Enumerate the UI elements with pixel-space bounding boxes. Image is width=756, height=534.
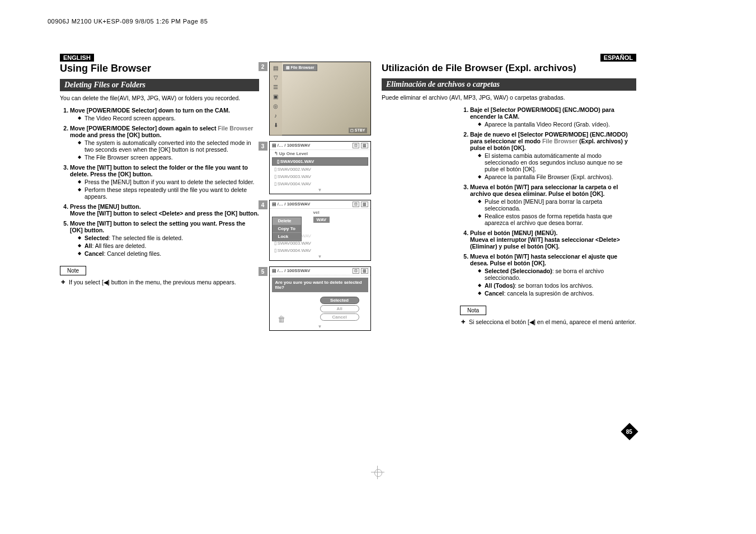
screen-4: 4 ▤ /… / 100SSWAV ⊡ ▥ Delete Copy To Loc… bbox=[269, 200, 371, 261]
screen3-arrow: ▼ bbox=[270, 188, 370, 194]
icon-music: ♪ bbox=[274, 113, 277, 119]
btn-cancel: Cancel bbox=[320, 313, 359, 321]
menu-copyto: Copy To bbox=[273, 225, 301, 233]
rstep5-k3: Cancel bbox=[485, 290, 504, 297]
icon-down: ▽ bbox=[274, 74, 278, 81]
step3-b2: Perform these steps repeatedly until the… bbox=[78, 186, 259, 200]
rstep3-b1: Pulse el botón [MENU] para borrar la car… bbox=[478, 198, 636, 212]
rstep2-b1: El sistema cambia automáticamente al mod… bbox=[478, 152, 636, 172]
step2-text-c: mode and press the [OK] button. bbox=[70, 132, 161, 138]
step2-b1: The system is automatically converted in… bbox=[78, 139, 259, 153]
screen-num-3: 3 bbox=[259, 142, 267, 151]
note-item-right: Si selecciona el botón [◀] en el menú, a… bbox=[460, 318, 636, 325]
lang-badge-english: ENGLISH bbox=[60, 54, 94, 62]
section-bar-left: Deleting Files or Folders bbox=[60, 79, 259, 91]
screen-num-5: 5 bbox=[259, 267, 267, 276]
step4-text2: Move the [W/T] button to select <Delete>… bbox=[70, 210, 259, 217]
screen-num-4: 4 bbox=[259, 200, 267, 209]
steps-left: Move [POWER/MODE Selector] down to turn … bbox=[60, 107, 259, 257]
registration-mark bbox=[371, 466, 384, 479]
btn-all: All bbox=[320, 305, 359, 312]
screen3-row1: ▯ SWAV0001.WAV bbox=[272, 157, 368, 166]
rstep4-text2: Mueva el interruptor [W/T] hasta selecci… bbox=[470, 236, 620, 250]
step5-k1: Selected bbox=[84, 235, 109, 241]
menu-delete: Delete bbox=[273, 217, 301, 225]
step1-b1: The Video Record screen appears. bbox=[78, 115, 259, 121]
screen5-arrow: ▼ bbox=[270, 324, 370, 330]
right-column: ESPAÑOL Utilización de File Browser (Exp… bbox=[376, 54, 636, 336]
icon-photo: ▣ bbox=[273, 93, 278, 100]
screen3-path: /… / 100SSWAV bbox=[278, 143, 311, 148]
screen2-filebrowser-label: ▤ File Browser bbox=[283, 64, 317, 71]
screen-2: 2 ▤ ▽ ☰ ▣ ◎ ♪ ⬇ ▤ File Browser ◻ STBY bbox=[269, 62, 371, 135]
screen4-arrow: ▼ bbox=[270, 254, 370, 260]
section-bar-right: Eliminación de archivos o carpetas bbox=[382, 78, 636, 91]
rstep2-b2: Aparece la pantalla File Browser (Expl. … bbox=[478, 174, 636, 180]
battery-icon: ▥ bbox=[361, 202, 368, 207]
rstep5-text: Mueva el botón [W/T] hasta seleccionar e… bbox=[470, 253, 617, 266]
intro-right: Puede eliminar el archivo (AVI, MP3, JPG… bbox=[382, 94, 636, 101]
screen4-vel: vel bbox=[313, 210, 320, 215]
step5-text: Move the [W/T] button to select the sett… bbox=[70, 220, 245, 233]
screen5-confirm: Are you sure you want to delete selected… bbox=[272, 278, 368, 292]
screen4-wav: WAV bbox=[313, 217, 330, 223]
screen-5: 5 ▤ /… / 100SSWAV ⊡ ▥ Are you sure you w… bbox=[269, 266, 371, 331]
note-box-right: Nota bbox=[460, 306, 486, 315]
icon-text: ☰ bbox=[273, 84, 278, 90]
step5-k2: All bbox=[84, 242, 92, 249]
step5-v3: : Cancel deleting files. bbox=[104, 250, 161, 257]
battery-icon: ▥ bbox=[361, 143, 368, 148]
rstep5-v3: : cancela la supresión de archivos. bbox=[504, 290, 594, 297]
trash-icon: 🗑 bbox=[278, 315, 285, 324]
rstep3-b2: Realice estos pasos de forma repetida ha… bbox=[478, 213, 636, 226]
btn-selected: Selected bbox=[320, 297, 359, 304]
rstep5-k2: All (Todos) bbox=[485, 282, 515, 289]
screen3-up: ↰ Up One Level bbox=[270, 150, 370, 157]
rstep1-b1: Aparece la pantalla Video Record (Grab. … bbox=[478, 121, 636, 128]
card-icon: ⊡ bbox=[353, 202, 359, 207]
screens-column: 2 ▤ ▽ ☰ ▣ ◎ ♪ ⬇ ▤ File Browser ◻ STBY 3 … bbox=[264, 54, 376, 336]
step3-text: Move the [W/T] button to select the fold… bbox=[70, 164, 248, 177]
card-icon: ⊡ bbox=[353, 268, 359, 274]
screen4-path: /… / 100SSWAV bbox=[278, 202, 311, 207]
screen3-row2: ▯ SWAV0002.WAV bbox=[270, 166, 370, 173]
imprint-header: 00906J M2100 UK+ESP-089 9/8/05 1:26 PM P… bbox=[48, 18, 208, 25]
step5-k3: Cancel bbox=[84, 250, 104, 257]
step2-text-b: File Browser bbox=[218, 125, 253, 132]
step2-b2: The File Browser screen appears. bbox=[78, 154, 259, 161]
step4-text: Press the [MENU] button. bbox=[70, 203, 141, 210]
screen2-stby: ◻ STBY bbox=[349, 128, 367, 133]
card-icon: ⊡ bbox=[353, 143, 359, 148]
battery-icon: ▥ bbox=[361, 268, 368, 274]
steps-right: Baje el [Selector POWER/MODE] (ENC./MODO… bbox=[460, 106, 636, 297]
page-number-badge: 85 bbox=[621, 423, 638, 440]
rstep1-text: Baje el [Selector POWER/MODE] (ENC./MODO… bbox=[470, 106, 614, 120]
rstep2-text-b: File Browser bbox=[542, 138, 577, 144]
icon-page: ▤ bbox=[273, 65, 278, 71]
step2-text-a: Move [POWER/MODE Selector] down again to… bbox=[70, 125, 218, 132]
intro-left: You can delete the file(AVI, MP3, JPG, W… bbox=[60, 95, 259, 101]
screen-num-2: 2 bbox=[259, 62, 267, 71]
lang-badge-spanish: ESPAÑOL bbox=[600, 54, 636, 62]
screen3-row4: ▯ SWAV0004.WAV bbox=[270, 180, 370, 188]
left-column: ENGLISH Using File Browser Deleting File… bbox=[60, 54, 264, 336]
note-item-left: If you select [◀] button in the menu, th… bbox=[60, 279, 259, 285]
title-left: Using File Browser bbox=[60, 63, 259, 74]
screen3-row3: ▯ SWAV0003.WAV bbox=[270, 173, 370, 180]
step3-b1: Press the [MENU] button if you want to d… bbox=[78, 179, 259, 185]
screen-3: 3 ▤ /… / 100SSWAV ⊡ ▥ ↰ Up One Level ▯ S… bbox=[269, 141, 371, 194]
title-right: Utilización de File Browser (Expl. archi… bbox=[382, 63, 636, 74]
rstep5-v2: : se borran todos los archivos. bbox=[515, 282, 593, 289]
screen4-menu: Delete Copy To Lock bbox=[272, 217, 302, 241]
screen5-path: /… / 100SSWAV bbox=[278, 268, 311, 273]
rstep5-k1: Selected (Seleccionado) bbox=[485, 268, 552, 274]
screen4-row3: ▯ SWAV0004.WAV bbox=[270, 247, 370, 254]
icon-camera: ◎ bbox=[273, 103, 278, 109]
rstep3-text: Mueva el botón [W/T] para seleccionar la… bbox=[470, 184, 618, 197]
menu-lock: Lock bbox=[273, 233, 301, 241]
note-box-left: Note bbox=[60, 266, 86, 275]
icon-mic: ⬇ bbox=[274, 122, 278, 128]
step5-v1: : The selected file is deleted. bbox=[109, 235, 183, 241]
step5-v2: : All files are deleted. bbox=[92, 242, 146, 249]
step1-text: Move [POWER/MODE Selector] down to turn … bbox=[70, 107, 230, 114]
